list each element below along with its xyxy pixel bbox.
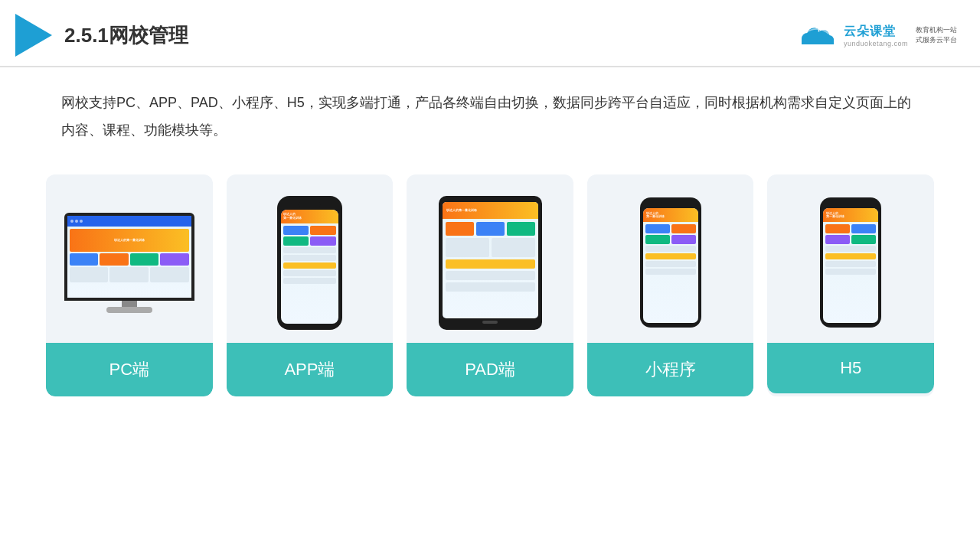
pc-image-area: 职达人的第一量化训练 (46, 174, 213, 343)
pc-banner: 职达人的第一量化训练 (70, 229, 189, 252)
h5-phone-mockup: 职达人的第一量化训练 (820, 197, 881, 328)
h5-phone-screen: 职达人的第一量化训练 (823, 208, 878, 323)
pad-label: PAD端 (407, 343, 573, 396)
mini-label: 小程序 (587, 343, 754, 396)
pad-image-area: 职达人的第一量化训练 (407, 174, 573, 343)
cards-container: 职达人的第一量化训练 (0, 144, 980, 419)
header-right: 云朵课堂 yunduoketang.com 教育机构一站 式服务云平台 (795, 21, 957, 49)
brand-url: yunduoketang.com (844, 40, 908, 47)
card-h5: 职达人的第一量化训练 (767, 174, 934, 396)
page-title: 2.5.1网校管理 (64, 22, 188, 49)
pc-mockup: 职达人的第一量化训练 (64, 213, 194, 313)
tablet-mockup: 职达人的第一量化训练 (439, 196, 542, 330)
pc-top-bar (67, 216, 191, 227)
brand-text-group: 云朵课堂 yunduoketang.com (844, 24, 908, 47)
card-pad: 职达人的第一量化训练 (407, 174, 573, 396)
card-mini: 职达人的第一量化训练 (587, 174, 754, 396)
app-phone-screen: 职达人的第一量化训练 (281, 210, 338, 324)
card-app: 职达人的第一量化训练 (227, 174, 394, 396)
mini-phone-mockup: 职达人的第一量化训练 (640, 197, 701, 328)
brand-name: 云朵课堂 (844, 24, 908, 40)
h5-image-area: 职达人的第一量化训练 (767, 174, 934, 343)
mini-image-area: 职达人的第一量化训练 (587, 174, 754, 343)
app-label: APP端 (227, 343, 394, 396)
logo-triangle-icon (15, 14, 52, 57)
cloud-icon (795, 21, 841, 49)
brand-icon: 云朵课堂 yunduoketang.com (795, 21, 908, 49)
pc-screen: 职达人的第一量化训练 (67, 216, 191, 298)
description: 网校支持PC、APP、PAD、小程序、H5，实现多端打通，产品各终端自由切换，数… (0, 67, 980, 144)
h5-label: H5 (767, 343, 934, 393)
pc-monitor: 职达人的第一量化训练 (64, 213, 194, 301)
tablet-screen: 职达人的第一量化训练 (443, 202, 538, 318)
pc-label: PC端 (46, 343, 213, 396)
header: 2.5.1网校管理 云朵课堂 yunduoketa (0, 0, 980, 67)
card-pc: 职达人的第一量化训练 (46, 174, 213, 396)
pc-content: 职达人的第一量化训练 (67, 227, 191, 285)
description-text: 网校支持PC、APP、PAD、小程序、H5，实现多端打通，产品各终端自由切换，数… (61, 89, 919, 144)
brand-logo: 云朵课堂 yunduoketang.com (795, 21, 908, 49)
app-phone-mockup: 职达人的第一量化训练 (277, 196, 342, 330)
mini-phone-screen: 职达人的第一量化训练 (643, 208, 698, 323)
app-image-area: 职达人的第一量化训练 (227, 174, 394, 343)
svg-rect-4 (802, 39, 834, 45)
brand-tagline: 教育机构一站 式服务云平台 (916, 25, 957, 44)
header-left: 2.5.1网校管理 (15, 14, 188, 57)
